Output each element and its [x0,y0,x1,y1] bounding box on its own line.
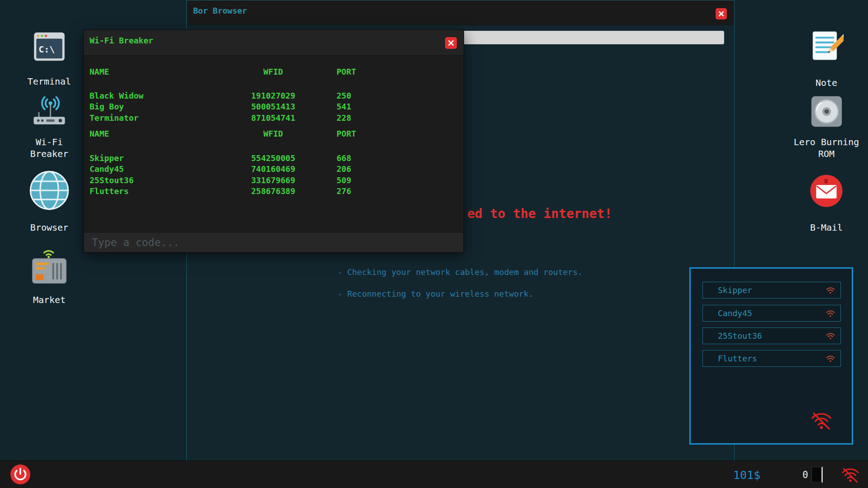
icon-label-wifi-breaker: Wi-Fi Breaker [20,136,79,160]
wifi-disconnected-icon [811,411,832,430]
network-button-label: Flutters [718,354,757,363]
cell-port: 250 [337,90,351,102]
cell-port: 228 [337,113,351,124]
desktop-icon-terminal[interactable]: C:\ Terminal [11,28,88,87]
market-icon [28,246,70,287]
wifi-signal-icon [825,309,835,317]
network-panel: Skipper Candy45 25Stout36 Flutters [689,267,853,445]
table-row: Candy45 740160469 206 [84,164,464,175]
wifi-signal-icon [825,286,835,294]
network-button-label: Skipper [718,285,752,295]
cell-wfid: 331679669 [235,175,312,186]
terminal-icon-text: C:\ [38,44,55,55]
wifi-signal-icon [825,355,835,363]
close-icon [447,39,455,47]
table-row: Terminator 871054741 228 [84,113,464,124]
breaker-close-button[interactable] [445,37,457,49]
bmail-icon-text: B [824,178,828,185]
cell-name: Black Widow [84,90,235,102]
cursor-block [811,467,823,483]
network-button-skipper[interactable]: Skipper [702,282,841,298]
taskbar: 101$ 0 [0,460,868,488]
icon-label-browser: Browser [30,222,68,233]
tip-line-1: - Checking your network cables, modem an… [337,267,583,277]
table-header: NAME WFID PORT [84,66,464,78]
money-display: 101$ [733,469,760,482]
col-name: NAME [84,128,235,140]
network-button-candy45[interactable]: Candy45 [702,305,841,322]
connection-error-text: ed to the internet! [467,206,612,221]
cell-wfid: 258676389 [235,186,312,197]
note-icon [809,28,844,63]
cell-name: Terminator [84,113,235,124]
table-row: Black Widow 191027029 250 [84,90,464,102]
network-button-flutters[interactable]: Flutters [702,350,841,367]
desktop-icon-market[interactable]: Market [11,246,88,306]
power-button[interactable] [10,464,31,485]
desktop-icon-note[interactable]: Note [788,28,865,89]
cell-port: 509 [337,175,351,186]
table-row: 25Stout36 331679669 509 [84,175,464,186]
icon-label-market: Market [33,294,66,306]
network-button-label: Candy45 [718,308,752,318]
col-name: NAME [84,66,235,78]
cell-name: Candy45 [84,164,235,175]
browser-close-button[interactable] [716,8,727,19]
cell-name: Big Boy [84,101,235,113]
col-port: PORT [337,128,356,140]
cell-port: 668 [337,153,351,164]
cd-icon [809,94,844,129]
cell-port: 206 [337,164,351,175]
icon-label-terminal: Terminal [28,76,71,87]
terminal-icon: C:\ [31,28,67,65]
desktop-icon-bmail[interactable]: B B-Mail [788,174,865,233]
breaker-table: NAME WFID PORT Black Widow 191027029 250… [84,56,464,197]
wifi-signal-icon [825,332,835,340]
col-port: PORT [337,66,356,78]
notification-count: 0 [802,469,808,480]
table-row: Flutters 258676389 276 [84,186,464,197]
network-button-label: 25Stout36 [718,331,762,341]
cell-wfid: 554250005 [235,153,312,164]
tip-line-2: - Reconnecting to your wireless network. [337,289,533,298]
desktop-icon-lero-burning-rom[interactable]: Lero Burning ROM [788,94,865,160]
cell-wfid: 740160469 [235,164,312,175]
cell-port: 276 [337,186,351,197]
cell-wfid: 500051413 [235,101,312,113]
cell-name: Skipper [84,153,235,164]
desktop-icon-wifi-breaker[interactable]: Wi-Fi Breaker [11,94,88,160]
breaker-window-title: Wi-Fi Breaker [90,36,153,45]
network-button-25stout36[interactable]: 25Stout36 [702,327,841,344]
cell-wfid: 871054741 [235,113,312,124]
wifi-breaker-icon [31,94,68,131]
browser-window-title: Bor Browser [193,6,247,15]
col-wfid: WFID [235,66,312,78]
table-row: Skipper 554250005 668 [84,153,464,164]
wifi-status-icon[interactable] [840,467,860,483]
cell-name: 25Stout36 [84,175,235,186]
code-input[interactable] [84,233,463,252]
desktop-icon-browser[interactable]: Browser [11,170,88,233]
cell-name: Flutters [84,186,235,197]
wifi-breaker-window: Wi-Fi Breaker NAME WFID PORT Black Widow… [83,29,464,253]
icon-label-lero-burning-rom: Lero Burning ROM [787,136,866,160]
browser-titlebar[interactable]: Bor Browser [187,0,734,25]
breaker-titlebar[interactable]: Wi-Fi Breaker [84,30,464,56]
desktop: C:\ Terminal Wi [0,0,868,488]
cell-wfid: 191027029 [235,90,312,102]
power-icon [10,479,31,486]
globe-icon [28,170,70,211]
mail-icon: B [809,174,844,208]
col-wfid: WFID [235,128,312,140]
cell-port: 541 [337,101,351,113]
table-row: Big Boy 500051413 541 [84,101,464,113]
icon-label-note: Note [816,77,837,89]
close-icon [718,10,725,17]
table-header: NAME WFID PORT [84,128,464,140]
icon-label-bmail: B-Mail [810,222,843,233]
